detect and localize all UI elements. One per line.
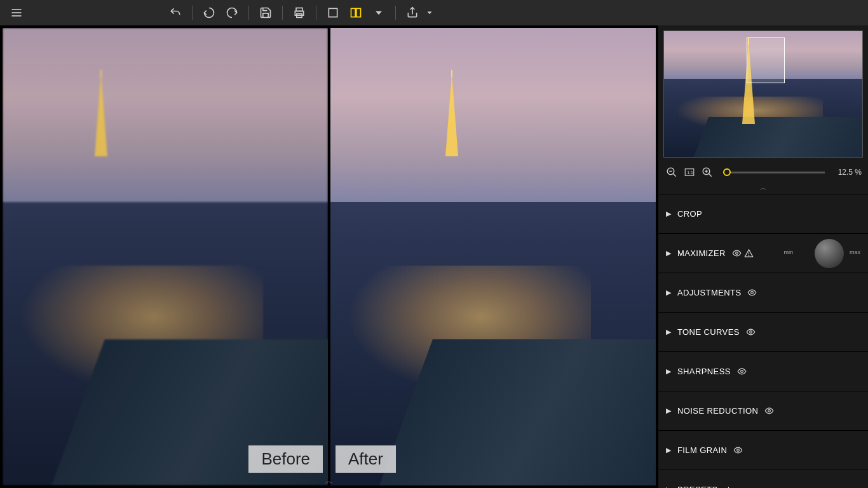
- expand-arrow-icon: ▶: [666, 485, 671, 488]
- panel-tonecurves[interactable]: ▶TONE CURVES: [658, 312, 868, 351]
- panel-title: PRESETS: [677, 485, 717, 488]
- panel-noise[interactable]: ▶NOISE REDUCTION: [658, 391, 868, 430]
- panel-title: FILM GRAIN: [677, 445, 727, 455]
- separator: [248, 6, 249, 20]
- before-image: [3, 28, 328, 485]
- after-pane[interactable]: After: [330, 28, 656, 485]
- panel-list: ▶CROP▶MAXIMIZERminmax▶ADJUSTMENTS▶TONE C…: [658, 194, 868, 488]
- svg-point-21: [735, 252, 738, 255]
- plus-icon[interactable]: [724, 485, 733, 488]
- zoom-out-icon[interactable]: [665, 165, 679, 179]
- dropdown-icon[interactable]: [369, 3, 389, 23]
- panel-title: CROP: [677, 209, 702, 219]
- dial-knob: [815, 239, 844, 268]
- eye-icon[interactable]: [733, 445, 743, 455]
- separator: [282, 6, 283, 20]
- chevron-up-icon[interactable]: ︿: [325, 476, 333, 487]
- panel-filmgrain[interactable]: ▶FILM GRAIN: [658, 430, 868, 470]
- eye-icon[interactable]: [732, 248, 742, 258]
- panel-title: ADJUSTMENTS: [677, 288, 741, 297]
- undo-icon[interactable]: [165, 3, 186, 23]
- zoom-in-icon[interactable]: [700, 165, 714, 179]
- svg-line-13: [673, 173, 676, 177]
- expand-arrow-icon: ▶: [666, 328, 671, 336]
- after-label: After: [336, 445, 396, 473]
- svg-text:1:1: 1:1: [687, 170, 693, 175]
- save-icon[interactable]: [255, 3, 276, 23]
- expand-arrow-icon: ▶: [666, 210, 671, 218]
- min-label: min: [783, 249, 793, 255]
- before-label: Before: [248, 445, 323, 473]
- eye-icon[interactable]: [747, 288, 757, 297]
- panel-title: TONE CURVES: [677, 327, 740, 337]
- zoom-value: 12.5 %: [834, 168, 862, 177]
- svg-point-25: [749, 331, 752, 334]
- panel-crop[interactable]: ▶CROP: [658, 194, 868, 233]
- panel-adjustments[interactable]: ▶ADJUSTMENTS: [658, 273, 868, 312]
- max-label: max: [850, 249, 860, 255]
- separator: [395, 6, 396, 20]
- redo-icon[interactable]: [222, 3, 242, 23]
- before-pane[interactable]: Before: [3, 28, 328, 485]
- svg-marker-9: [376, 11, 382, 15]
- expand-arrow-icon: ▶: [666, 367, 671, 376]
- undo-step-icon[interactable]: [199, 3, 219, 23]
- svg-line-18: [709, 173, 712, 177]
- svg-rect-7: [351, 8, 356, 17]
- menu-icon[interactable]: [6, 3, 27, 23]
- expand-arrow-icon: ▶: [666, 288, 671, 297]
- panel-title: SHARPNESS: [677, 367, 731, 376]
- zoom-slider-handle[interactable]: [723, 168, 731, 176]
- main-area: Before After ︿ 1:1 12.5 % ︿ ▶CROP▶MAXIMI…: [0, 25, 868, 488]
- chevron-up-icon[interactable]: ︿: [658, 182, 868, 194]
- share-dropdown-icon[interactable]: [425, 3, 434, 23]
- panel-title: NOISE REDUCTION: [677, 406, 758, 416]
- compare-view-icon[interactable]: [346, 3, 366, 23]
- single-view-icon[interactable]: [323, 3, 343, 23]
- panel-presets[interactable]: ▶PRESETS: [658, 470, 868, 488]
- panel-maximizer[interactable]: ▶MAXIMIZERminmax: [658, 233, 868, 273]
- svg-point-28: [737, 449, 740, 452]
- image-viewer: Before After ︿: [0, 25, 658, 488]
- right-sidebar: 1:1 12.5 % ︿ ▶CROP▶MAXIMIZERminmax▶ADJUS…: [658, 25, 868, 488]
- eye-icon[interactable]: [737, 367, 747, 376]
- expand-arrow-icon: ▶: [666, 249, 671, 257]
- share-icon[interactable]: [402, 3, 423, 23]
- svg-marker-11: [428, 11, 432, 14]
- svg-rect-8: [356, 8, 361, 17]
- navigator-viewport[interactable]: [747, 37, 785, 83]
- zoom-controls: 1:1 12.5 %: [658, 163, 868, 182]
- zoom-actual-icon[interactable]: 1:1: [682, 165, 696, 179]
- print-icon[interactable]: [289, 3, 309, 23]
- separator: [192, 6, 193, 20]
- panel-sharpness[interactable]: ▶SHARPNESS: [658, 351, 868, 391]
- svg-rect-6: [329, 8, 337, 17]
- eye-icon[interactable]: [746, 327, 756, 337]
- expand-arrow-icon: ▶: [666, 407, 671, 415]
- svg-point-24: [751, 292, 754, 294]
- after-image: [330, 28, 656, 485]
- svg-point-26: [740, 370, 743, 373]
- eye-icon[interactable]: [764, 406, 774, 416]
- top-toolbar: [0, 0, 868, 25]
- zoom-slider[interactable]: [723, 172, 825, 173]
- svg-point-27: [768, 410, 771, 412]
- separator: [316, 6, 316, 20]
- navigator-thumbnail[interactable]: [663, 30, 863, 158]
- expand-arrow-icon: ▶: [666, 446, 671, 454]
- svg-point-23: [749, 255, 749, 256]
- warning-icon: [744, 248, 754, 258]
- panel-title: MAXIMIZER: [677, 248, 726, 258]
